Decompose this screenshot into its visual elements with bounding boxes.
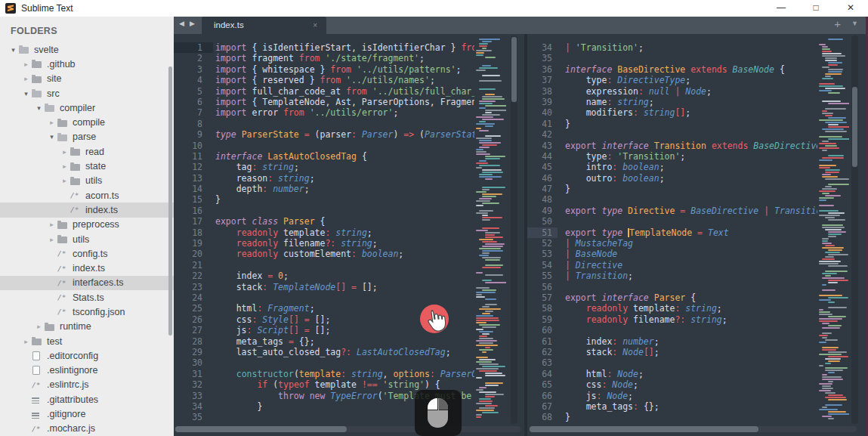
chevron-down-icon[interactable]: ▾ <box>20 90 32 97</box>
code-line[interactable]: interface LastAutoClosedTag { <box>215 151 474 162</box>
chevron-down-icon[interactable]: ▾ <box>33 104 45 112</box>
code-line[interactable] <box>565 194 817 205</box>
code-line[interactable]: stack: TemplateNode[] = []; <box>215 282 474 292</box>
chevron-down-icon[interactable]: ▾ <box>46 133 57 141</box>
code-line[interactable]: intro: boolean; <box>565 162 817 172</box>
code-line[interactable]: expression: null | Node; <box>565 86 817 97</box>
maximize-button[interactable]: □ <box>798 0 833 17</box>
code-line[interactable]: } <box>565 412 817 422</box>
tab-index-ts[interactable]: index.ts × <box>202 17 326 34</box>
code-line[interactable]: import { reserved } from '../utils/names… <box>215 75 474 85</box>
code-line[interactable]: readonly template: string; <box>215 227 474 238</box>
tree-item-test[interactable]: ▸test <box>0 334 174 348</box>
code-line[interactable]: import { whitespace } from '../utils/pat… <box>215 64 474 75</box>
code-line[interactable] <box>565 357 817 368</box>
code-line[interactable] <box>215 206 474 216</box>
code-line[interactable]: import fragment from './state/fragment'; <box>215 53 474 63</box>
tree-item-compile[interactable]: ▸compile <box>0 115 174 129</box>
tree-item-read[interactable]: ▸read <box>0 144 174 159</box>
code-line[interactable]: name: string; <box>565 97 817 107</box>
tab-nav-back-button[interactable]: ◀ <box>179 20 184 27</box>
code-line[interactable]: } <box>215 194 474 205</box>
minimap[interactable] <box>474 37 506 424</box>
tree-item--gitignore[interactable]: .gitignore <box>0 407 174 421</box>
code-line[interactable]: } <box>565 119 817 129</box>
code-line[interactable]: depth: number; <box>215 184 474 194</box>
code-line[interactable]: interface BaseDirective extends BaseNode… <box>565 64 817 75</box>
tree-item-utils[interactable]: ▸utils <box>0 174 174 188</box>
code-line[interactable] <box>565 129 817 140</box>
code-line[interactable]: | Transition; <box>565 271 817 281</box>
code-line[interactable]: html: Node; <box>565 369 817 379</box>
code-line[interactable]: export class Parser { <box>215 216 474 227</box>
tree-item-tsconfig-json[interactable]: /*tsconfig.json <box>0 305 174 319</box>
code-line[interactable]: modifiers: string[]; <box>565 107 817 118</box>
tree-item-preprocess[interactable]: ▸preprocess <box>0 218 174 232</box>
chevron-right-icon[interactable]: ▸ <box>59 148 70 156</box>
tree-item-index-ts[interactable]: /*index.ts <box>0 203 174 217</box>
tree-item-runtime[interactable]: ▸runtime <box>0 320 174 334</box>
code-line[interactable]: type: DirectiveType; <box>565 75 817 85</box>
code-line[interactable]: export type Directive = BaseDirective | … <box>565 206 817 216</box>
code-area[interactable]: | 'Transition';interface BaseDirective e… <box>565 42 817 423</box>
sidebar-scrollbar-thumb[interactable] <box>168 66 172 336</box>
tree-item--eslintignore[interactable]: .eslintignore <box>0 363 174 378</box>
tree-item-utils[interactable]: ▸utils <box>0 232 174 246</box>
code-line[interactable]: css: Node; <box>565 379 817 390</box>
tree-item-config-ts[interactable]: /*config.ts <box>0 246 174 261</box>
code-line[interactable]: import { TemplateNode, Ast, ParserOption… <box>215 97 474 107</box>
chevron-right-icon[interactable]: ▸ <box>20 60 32 68</box>
code-line[interactable]: } <box>565 184 817 194</box>
horizontal-scrollbar-thumb[interactable] <box>175 426 347 432</box>
tree-item--mocharc-js[interactable]: /*.mocharc.js <box>0 422 174 436</box>
code-line[interactable]: export interface Parser { <box>565 292 817 303</box>
tab-overflow-button[interactable]: ▼ <box>851 20 858 27</box>
code-line[interactable]: readonly filename?: string; <box>565 314 817 325</box>
code-line[interactable]: type: 'Transition'; <box>565 151 817 162</box>
code-line[interactable]: index = 0; <box>215 271 474 281</box>
code-line[interactable]: if (typeof template !== 'string') { <box>215 379 474 390</box>
code-line[interactable]: readonly customElement: boolean; <box>215 249 474 259</box>
code-line[interactable] <box>215 141 474 151</box>
code-line[interactable]: tag: string; <box>215 162 474 172</box>
code-line[interactable] <box>565 53 817 63</box>
chevron-right-icon[interactable]: ▸ <box>46 221 57 228</box>
code-line[interactable]: readonly template: string; <box>565 303 817 314</box>
code-line[interactable]: index: number; <box>565 336 817 347</box>
tree-item-parse[interactable]: ▾parse <box>0 130 174 144</box>
tree-item--editorconfig[interactable]: .editorconfig <box>0 348 174 363</box>
chevron-right-icon[interactable]: ▸ <box>20 75 32 82</box>
code-line[interactable]: reason: string; <box>215 173 474 184</box>
chevron-right-icon[interactable]: ▸ <box>20 338 32 345</box>
code-line[interactable]: meta_tags = {}; <box>215 336 474 347</box>
code-line[interactable]: import full_char_code_at from '../utils/… <box>215 86 474 97</box>
code-line[interactable]: | MustacheTag <box>565 238 817 249</box>
code-line[interactable]: type ParserState = (parser: Parser) => (… <box>215 129 474 140</box>
code-line[interactable] <box>215 119 474 129</box>
horizontal-scrollbar-thumb[interactable] <box>530 426 758 432</box>
code-area[interactable]: import { isIdentifierStart, isIdentifier… <box>215 42 474 423</box>
code-line[interactable]: constructor(template: string, options: P… <box>215 369 474 379</box>
close-button[interactable]: ✕ <box>833 0 868 17</box>
tree-item--gitattributes[interactable]: .gitattributes <box>0 392 174 407</box>
chevron-right-icon[interactable]: ▸ <box>33 323 45 330</box>
code-line[interactable]: outro: boolean; <box>565 173 817 184</box>
code-line[interactable] <box>215 260 474 271</box>
tree-item--eslintrc-js[interactable]: /*.eslintrc.js <box>0 378 174 392</box>
code-line[interactable] <box>215 292 474 303</box>
code-line[interactable]: readonly filename?: string; <box>215 238 474 249</box>
code-line[interactable] <box>565 216 817 227</box>
chevron-right-icon[interactable]: ▸ <box>46 236 57 243</box>
tree-item-index-ts[interactable]: /*index.ts <box>0 261 174 275</box>
chevron-down-icon[interactable]: ▾ <box>8 46 19 54</box>
tree-item-stats-ts[interactable]: /*Stats.ts <box>0 290 174 305</box>
code-line[interactable] <box>215 357 474 368</box>
chevron-right-icon[interactable]: ▸ <box>59 162 70 170</box>
tree-item-site[interactable]: ▸site <box>0 72 174 86</box>
code-line[interactable]: meta_tags: {}; <box>565 401 817 412</box>
vertical-scrollbar-thumb[interactable] <box>852 87 857 167</box>
code-line[interactable] <box>565 325 817 336</box>
new-tab-button[interactable]: + <box>834 17 841 30</box>
tree-item-interfaces-ts[interactable]: /*interfaces.ts <box>0 276 174 290</box>
code-line[interactable]: stack: Node[]; <box>565 347 817 357</box>
